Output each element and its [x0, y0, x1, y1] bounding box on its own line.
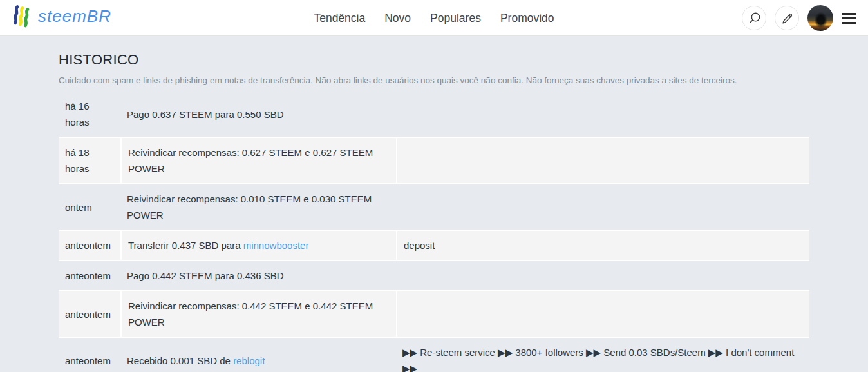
nav-novo[interactable]: Novo	[384, 12, 411, 25]
logo-text: steemBR	[38, 6, 111, 26]
search-button[interactable]	[742, 6, 766, 30]
row-memo	[396, 138, 809, 183]
nav-tendencia[interactable]: Tendência	[314, 12, 365, 25]
row-memo	[396, 184, 809, 230]
table-row: anteontem Transferir 0.437 SBD para minn…	[59, 230, 809, 261]
table-row: anteontem Pago 0.442 STEEM para 0.436 SB…	[59, 261, 809, 290]
history-table: há 16 horas Pago 0.637 STEEM para 0.550 …	[59, 92, 809, 372]
steembr-logo[interactable]: steemBR	[10, 5, 111, 28]
row-memo: ▶▶ Re-steem service ▶▶ 3800+ followers ▶…	[396, 338, 809, 372]
row-date: há 16 horas	[59, 92, 120, 137]
app-header: steemBR Tendência Novo Populares Promovi…	[0, 0, 868, 36]
table-row: ontem Reivindicar recompensas: 0.010 STE…	[59, 184, 809, 230]
steem-logo-icon	[10, 5, 32, 28]
row-description: Reivindicar recompensas: 0.010 STEEM e 0…	[120, 184, 396, 230]
page-title: HISTORICO	[59, 52, 810, 68]
row-description: Pago 0.637 STEEM para 0.550 SBD	[120, 92, 396, 137]
row-description: Transferir 0.437 SBD para minnowbooster	[120, 231, 396, 260]
row-memo: deposit	[396, 231, 809, 260]
table-row: há 16 horas Pago 0.637 STEEM para 0.550 …	[59, 92, 809, 137]
table-row: há 18 horas Reivindicar recompensas: 0.6…	[59, 137, 809, 184]
account-link[interactable]: minnowbooster	[243, 240, 309, 251]
row-date: há 18 horas	[59, 138, 120, 183]
row-date: anteontem	[59, 338, 120, 372]
pencil-icon	[780, 12, 794, 25]
row-description: Reivindicar recompensas: 0.627 STEEM e 0…	[120, 138, 396, 183]
row-date: anteontem	[59, 261, 120, 290]
user-avatar[interactable]	[807, 5, 833, 31]
row-description: Reivindicar recompensas: 0.442 STEEM e 0…	[120, 291, 396, 337]
search-icon	[747, 11, 762, 26]
row-memo	[396, 291, 809, 337]
wallet-history-page: HISTORICO Cuidado com spam e links de ph…	[0, 36, 868, 372]
row-description: Pago 0.442 STEEM para 0.436 SBD	[120, 261, 396, 290]
row-memo	[396, 92, 809, 137]
phishing-warning-text: Cuidado com spam e links de phishing em …	[59, 75, 810, 86]
main-nav: Tendência Novo Populares Promovido	[314, 0, 554, 36]
nav-populares[interactable]: Populares	[430, 12, 481, 25]
account-link[interactable]: reblogit	[233, 355, 265, 366]
row-date: anteontem	[59, 231, 120, 260]
compose-button[interactable]	[775, 6, 799, 30]
row-memo	[396, 261, 809, 290]
table-row: anteontem Recebido 0.001 SBD de reblogit…	[59, 338, 809, 372]
nav-promovido[interactable]: Promovido	[500, 12, 554, 25]
row-date: anteontem	[59, 291, 120, 337]
row-date: ontem	[59, 184, 120, 230]
table-row: anteontem Reivindicar recompensas: 0.442…	[59, 290, 809, 338]
header-actions	[742, 5, 857, 31]
hamburger-menu-icon[interactable]	[842, 10, 857, 26]
row-description: Recebido 0.001 SBD de reblogit	[120, 338, 396, 372]
